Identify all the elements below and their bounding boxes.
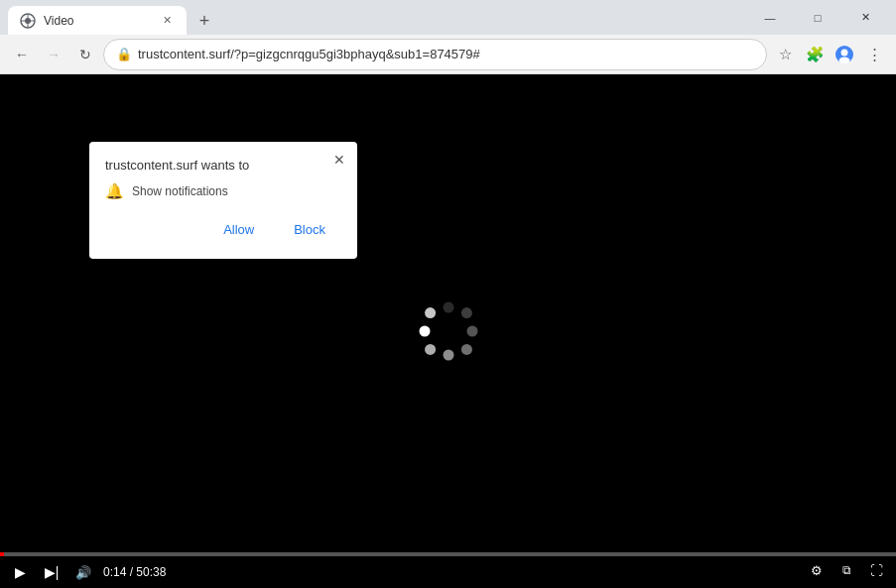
svg-point-9 xyxy=(466,326,477,337)
miniplayer-button[interactable]: ⧉ xyxy=(834,558,858,582)
svg-point-8 xyxy=(460,307,471,318)
progress-bar[interactable] xyxy=(0,552,896,556)
tab-close-button[interactable]: ✕ xyxy=(159,13,175,29)
volume-button[interactable]: 🔊 xyxy=(71,560,95,584)
play-button[interactable]: ▶ xyxy=(8,560,32,584)
refresh-button[interactable]: ↻ xyxy=(71,41,99,68)
address-text: trustcontent.surf/?p=gizgcnrqgu5gi3bphay… xyxy=(138,47,754,61)
tab-title: Video xyxy=(44,14,151,28)
tab-bar: Video ✕ + xyxy=(8,0,731,35)
back-button[interactable]: ← xyxy=(8,41,36,68)
video-controls: ▶ ▶| 🔊 0:14 / 50:38 ⚙ ⧉ ⛶ xyxy=(0,552,896,588)
time-display: 0:14 / 50:38 xyxy=(103,565,166,579)
loading-spinner xyxy=(419,301,478,361)
close-button[interactable]: ✕ xyxy=(842,0,888,35)
svg-point-13 xyxy=(419,326,430,337)
minimize-button[interactable]: — xyxy=(747,0,793,35)
menu-button[interactable]: ⋮ xyxy=(860,41,888,68)
permission-label: Show notifications xyxy=(132,184,228,198)
new-tab-button[interactable]: + xyxy=(191,7,218,35)
notification-popup: ✕ trustcontent.surf wants to 🔔 Show noti… xyxy=(89,142,357,259)
progress-fill xyxy=(0,552,4,556)
extensions-button[interactable]: 🧩 xyxy=(801,41,829,68)
bookmark-button[interactable]: ☆ xyxy=(771,41,799,68)
lock-icon: 🔒 xyxy=(116,47,132,61)
popup-permission-row: 🔔 Show notifications xyxy=(105,182,341,200)
svg-point-11 xyxy=(443,350,453,361)
navigation-bar: ← → ↻ 🔒 trustcontent.surf/?p=gizgcnrqgu5… xyxy=(0,35,896,74)
popup-close-button[interactable]: ✕ xyxy=(329,150,349,170)
svg-point-5 xyxy=(841,49,848,56)
svg-point-14 xyxy=(425,307,436,318)
block-button[interactable]: Block xyxy=(278,216,341,243)
svg-point-10 xyxy=(460,344,471,355)
title-bar: Video ✕ + — □ ✕ xyxy=(0,0,896,35)
svg-point-12 xyxy=(425,344,436,355)
controls-right: ⚙ ⧉ ⛶ xyxy=(805,558,888,582)
tab-favicon xyxy=(20,13,36,29)
profile-button[interactable] xyxy=(831,41,858,68)
popup-actions: Allow Block xyxy=(105,216,341,243)
bell-icon: 🔔 xyxy=(105,182,124,200)
next-button[interactable]: ▶| xyxy=(40,560,64,584)
popup-title: trustcontent.surf wants to xyxy=(105,158,341,173)
browser-window: Video ✕ + — □ ✕ ← → ↻ 🔒 trustcontent.sur… xyxy=(0,0,896,588)
maximize-button[interactable]: □ xyxy=(795,0,840,35)
content-area: ▶ ▶| 🔊 0:14 / 50:38 ⚙ ⧉ ⛶ ✕ trustcontent… xyxy=(0,74,896,588)
address-bar[interactable]: 🔒 trustcontent.surf/?p=gizgcnrqgu5gi3bph… xyxy=(103,39,767,70)
forward-button[interactable]: → xyxy=(40,41,67,68)
allow-button[interactable]: Allow xyxy=(207,216,270,243)
active-tab[interactable]: Video ✕ xyxy=(8,6,187,35)
fullscreen-button[interactable]: ⛶ xyxy=(864,558,888,582)
svg-point-7 xyxy=(443,302,453,313)
nav-icon-group: ☆ 🧩 ⋮ xyxy=(771,41,888,68)
window-controls: — □ ✕ xyxy=(747,0,888,35)
settings-button[interactable]: ⚙ xyxy=(805,558,829,582)
